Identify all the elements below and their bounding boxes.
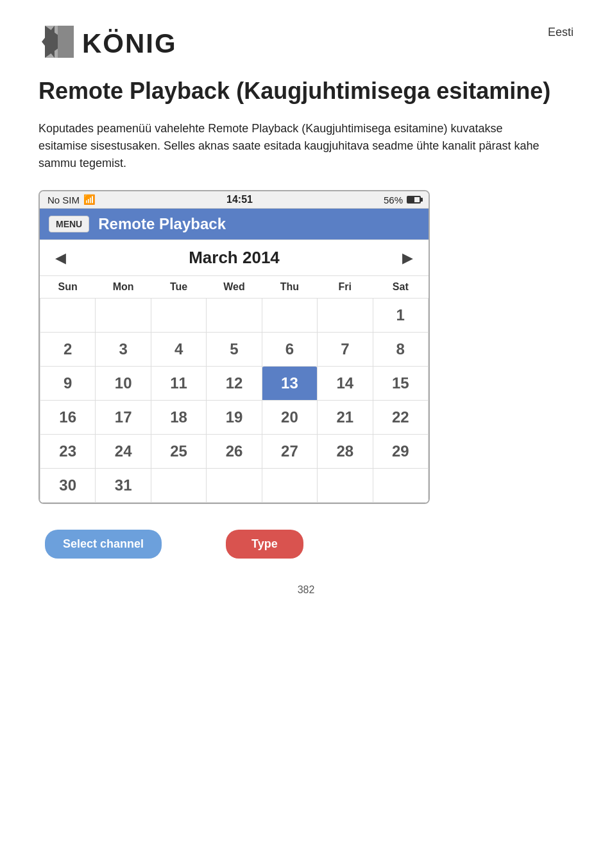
calendar-body: 1234567891011121314151617181920212223242… — [40, 299, 429, 503]
calendar-day-cell[interactable]: 4 — [151, 333, 206, 367]
wifi-icon: 📶 — [83, 194, 96, 205]
calendar-day-cell[interactable]: 7 — [318, 333, 373, 367]
calendar-day-cell — [151, 469, 206, 503]
calendar-day-cell[interactable]: 1 — [373, 299, 428, 333]
day-header-fri: Fri — [318, 276, 373, 299]
svg-marker-2 — [58, 26, 74, 58]
description-text: Koputades peamenüü vahelehte Remote Play… — [38, 120, 552, 172]
calendar-month-year: March 2014 — [189, 248, 280, 268]
no-sim-label: No SIM — [47, 195, 80, 205]
menu-button[interactable]: MENU — [49, 216, 89, 232]
next-month-button[interactable]: ▶ — [397, 250, 418, 266]
calendar-day-headers: Sun Mon Tue Wed Thu Fri Sat — [40, 276, 429, 299]
calendar-week-row: 23242526272829 — [40, 435, 429, 469]
select-channel-button[interactable]: Select channel — [45, 530, 162, 559]
battery-percent: 56% — [384, 195, 403, 205]
calendar-week-row: 16171819202122 — [40, 401, 429, 435]
day-header-thu: Thu — [262, 276, 317, 299]
language-label: Eesti — [548, 26, 574, 39]
calendar-day-cell[interactable]: 5 — [207, 333, 262, 367]
page-title: Remote Playback (Kaugjuhtimisega esitami… — [38, 77, 574, 105]
calendar-day-cell[interactable]: 8 — [373, 333, 428, 367]
calendar-week-row: 1 — [40, 299, 429, 333]
day-header-mon: Mon — [96, 276, 151, 299]
calendar-day-cell — [318, 299, 373, 333]
calendar-day-cell[interactable]: 6 — [262, 333, 317, 367]
phone-mockup: No SIM 📶 14:51 56% MENU Remote Playback … — [38, 190, 430, 504]
calendar-day-cell[interactable]: 24 — [96, 435, 151, 469]
day-header-wed: Wed — [207, 276, 262, 299]
calendar-day-cell[interactable]: 26 — [207, 435, 262, 469]
nav-bar: MENU Remote Playback — [40, 209, 429, 239]
calendar: ◀ March 2014 ▶ Sun Mon Tue Wed Thu Fri S… — [40, 239, 429, 503]
calendar-day-cell[interactable]: 3 — [96, 333, 151, 367]
calendar-day-cell[interactable]: 12 — [207, 367, 262, 401]
day-header-sat: Sat — [373, 276, 428, 299]
calendar-day-cell[interactable]: 18 — [151, 401, 206, 435]
calendar-day-cell[interactable]: 20 — [262, 401, 317, 435]
calendar-day-cell[interactable]: 30 — [40, 469, 96, 503]
calendar-day-cell[interactable]: 16 — [40, 401, 96, 435]
calendar-day-cell[interactable]: 15 — [373, 367, 428, 401]
status-left: No SIM 📶 — [47, 194, 96, 205]
nav-title: Remote Playback — [98, 215, 226, 233]
calendar-day-cell[interactable]: 14 — [318, 367, 373, 401]
calendar-week-row: 2345678 — [40, 333, 429, 367]
type-button[interactable]: Type — [226, 530, 303, 559]
calendar-day-cell[interactable]: 28 — [318, 435, 373, 469]
calendar-day-cell — [262, 469, 317, 503]
status-bar: No SIM 📶 14:51 56% — [40, 191, 429, 209]
calendar-day-cell[interactable]: 11 — [151, 367, 206, 401]
logo-container: KÖNIG — [38, 19, 180, 64]
konig-logo: KÖNIG — [38, 19, 180, 64]
calendar-day-cell[interactable]: 10 — [96, 367, 151, 401]
calendar-day-cell[interactable]: 2 — [40, 333, 96, 367]
calendar-day-cell — [262, 299, 317, 333]
buttons-row: Select channel Type — [38, 530, 574, 559]
calendar-day-cell[interactable]: 17 — [96, 401, 151, 435]
calendar-day-cell[interactable]: 21 — [318, 401, 373, 435]
calendar-day-cell — [207, 299, 262, 333]
calendar-day-cell — [40, 299, 96, 333]
calendar-day-cell — [96, 299, 151, 333]
page-number: 382 — [38, 584, 574, 596]
page-header: KÖNIG Eesti — [38, 19, 574, 64]
calendar-day-cell[interactable]: 23 — [40, 435, 96, 469]
calendar-day-cell[interactable]: 22 — [373, 401, 428, 435]
calendar-day-cell[interactable]: 31 — [96, 469, 151, 503]
calendar-grid: Sun Mon Tue Wed Thu Fri Sat 123456789101… — [40, 276, 429, 503]
prev-month-button[interactable]: ◀ — [50, 250, 71, 266]
status-time: 14:51 — [226, 194, 253, 205]
calendar-day-cell[interactable]: 29 — [373, 435, 428, 469]
status-right: 56% — [384, 195, 421, 205]
day-header-tue: Tue — [151, 276, 206, 299]
calendar-day-cell[interactable]: 25 — [151, 435, 206, 469]
calendar-week-row: 9101112131415 — [40, 367, 429, 401]
calendar-week-row: 3031 — [40, 469, 429, 503]
calendar-day-cell[interactable]: 19 — [207, 401, 262, 435]
calendar-day-cell[interactable]: 27 — [262, 435, 317, 469]
calendar-day-cell[interactable]: 13 — [262, 367, 317, 401]
calendar-day-cell[interactable]: 9 — [40, 367, 96, 401]
calendar-header: ◀ March 2014 ▶ — [40, 240, 429, 276]
calendar-day-cell — [318, 469, 373, 503]
calendar-day-cell — [207, 469, 262, 503]
calendar-day-cell — [151, 299, 206, 333]
calendar-day-cell — [373, 469, 428, 503]
battery-fill — [408, 197, 414, 202]
battery-icon — [407, 196, 421, 204]
day-header-sun: Sun — [40, 276, 96, 299]
svg-text:KÖNIG: KÖNIG — [82, 28, 177, 58]
